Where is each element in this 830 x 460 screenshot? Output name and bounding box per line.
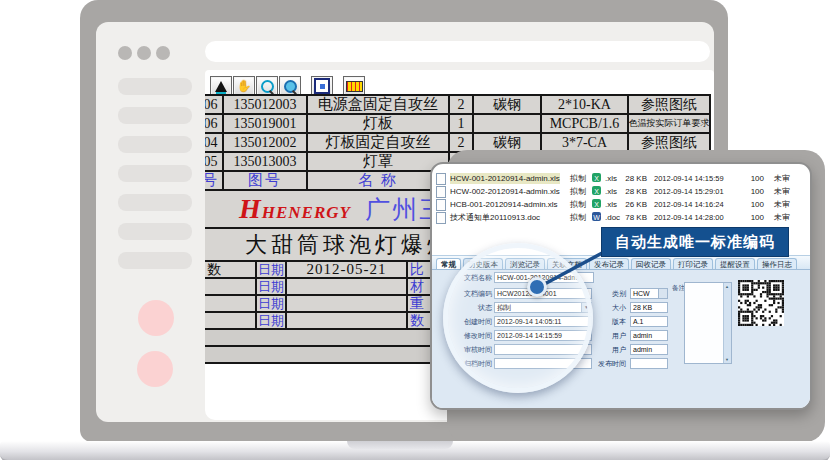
remark-scrollbar[interactable]: ▲▼: [723, 283, 731, 363]
form-label-right: 用户: [594, 330, 626, 341]
file-row[interactable]: HCB-001-20120914-admin.xls拟制X.xls26 KB20…: [432, 198, 810, 211]
form-field-value: 28 KB: [633, 304, 652, 311]
file-percent: 100: [748, 186, 764, 197]
toolbar-button-zoom-out[interactable]: [256, 76, 278, 96]
form-field-value: HCW: [633, 290, 650, 297]
decoration-circle: [138, 300, 174, 336]
form-label-right: 大小: [594, 302, 626, 313]
tab-8[interactable]: 提醒设置: [715, 258, 755, 269]
parts-cell-name: 灯板固定自攻丝: [306, 132, 450, 153]
tab-7[interactable]: 打印记录: [673, 258, 713, 269]
file-flag: 未审: [774, 199, 790, 210]
window-control-dot: [156, 46, 170, 60]
brand-logo-text: HENERGY: [262, 203, 351, 222]
file-sheet-icon: [436, 212, 446, 224]
parts-cell-code: 135012003: [222, 94, 308, 115]
address-bar[interactable]: [205, 41, 710, 62]
tab-5[interactable]: 发布记录: [589, 258, 629, 269]
file-name: 技术通知单20110913.doc: [450, 212, 540, 223]
form-field-right[interactable]: admin: [630, 330, 668, 341]
toolbar-button-zoom-region[interactable]: [279, 76, 301, 96]
zoom-region-icon: [281, 77, 299, 95]
file-ext: .xls: [605, 186, 617, 197]
form-field-right[interactable]: A.1: [630, 316, 668, 327]
file-flag: 未审: [774, 186, 790, 197]
word-file-icon: W: [592, 212, 601, 221]
sidebar-placeholder: [118, 107, 192, 124]
file-row[interactable]: HCW-002-20120914-admin.xls拟制X.xls28 KB20…: [432, 185, 810, 198]
parts-cell-note: 色温按实际订单要求: [627, 113, 711, 134]
window-control-dot: [118, 46, 132, 60]
remark-box[interactable]: ▲▼: [684, 282, 732, 364]
file-percent: 100: [748, 199, 764, 210]
parts-cell-spec: MCPCB/1.6: [540, 113, 629, 134]
form-field-value: admin: [633, 332, 652, 339]
file-name: HCW-001-20120914-admin.xls: [450, 173, 560, 184]
file-sheet-icon: [436, 186, 446, 198]
laptop-mockup: ✋ 06135012003电源盒固定自攻丝2碳钢2*10-KA参照图纸06135…: [0, 0, 830, 460]
toolbar-button-fit-arrow[interactable]: [210, 76, 232, 96]
excel-file-icon: X: [592, 199, 601, 208]
toolbar-button-measure-ruler[interactable]: [343, 76, 365, 96]
form-field-value: admin: [633, 346, 652, 353]
brand-logo-initial: H: [239, 193, 262, 224]
file-row[interactable]: HCW-001-20120914-admin.xls拟制X.xls28 KB20…: [432, 172, 810, 185]
parts-header-name: 名 称: [306, 170, 450, 191]
scroll-up-icon[interactable]: ▲: [725, 284, 729, 289]
image-frame-icon: [314, 78, 330, 94]
browse-button[interactable]: [658, 289, 667, 298]
file-sheet-icon: [436, 199, 446, 211]
parts-cell-name: 灯板: [306, 113, 450, 134]
file-time: 2012-09-14 14:15:59: [654, 173, 724, 184]
file-row[interactable]: 技术通知单20110913.doc拟制W.doc78 KB2012-09-14 …: [432, 211, 810, 224]
scroll-down-icon[interactable]: ▼: [725, 357, 729, 362]
sidebar-placeholder: [118, 165, 192, 182]
decoration-circle: [137, 351, 173, 387]
file-percent: 100: [748, 173, 764, 184]
file-status: 拟制: [570, 199, 586, 210]
pan-hand-icon: ✋: [237, 80, 252, 92]
toolbar-button-pan-hand[interactable]: ✋: [233, 76, 255, 96]
parts-header-code: 图号: [222, 170, 308, 191]
callout-label: 自动生成唯一标准编码: [601, 227, 789, 257]
excel-file-icon: X: [592, 186, 601, 195]
parts-cell-qty: 2: [448, 94, 474, 115]
file-time: 2012-09-14 14:28:00: [654, 212, 724, 223]
date-label-cell: 日期: [255, 311, 287, 330]
file-name: HCB-001-20120914-admin.xls: [450, 199, 558, 210]
file-flag: 未审: [774, 173, 790, 184]
form-field-right[interactable]: admin: [630, 344, 668, 355]
sidebar-placeholder: [118, 78, 192, 95]
tab-6[interactable]: 回收记录: [631, 258, 671, 269]
file-flag: 未审: [774, 212, 790, 223]
date-value-cell: [285, 311, 408, 330]
measure-ruler-icon: [346, 81, 363, 92]
viewer-toolbar: ✋: [210, 76, 366, 96]
parts-cell-code: 135019001: [222, 113, 308, 134]
brand-logo: HHENERGY: [239, 193, 351, 225]
file-status: 拟制: [570, 212, 586, 223]
date-left-cell: [205, 311, 257, 330]
form-field-right[interactable]: [630, 358, 668, 369]
file-name: HCW-002-20120914-admin.xls: [450, 186, 560, 197]
file-sheet-icon: [436, 173, 446, 185]
file-status: 拟制: [570, 186, 586, 197]
file-ext: .xls: [605, 199, 617, 210]
toolbar-button-image-frame[interactable]: [311, 76, 333, 96]
file-size: 78 KB: [617, 212, 647, 223]
file-ext: .xls: [605, 173, 617, 184]
parts-cell-code: 135013003: [222, 151, 308, 172]
parts-cell-qty: 1: [448, 113, 474, 134]
parts-cell-material: [472, 113, 542, 134]
excel-file-icon: X: [592, 173, 601, 182]
frame-dot: [320, 84, 325, 89]
parts-cell-material: 碳钢: [472, 94, 542, 115]
tab-9[interactable]: 操作日志: [757, 258, 797, 269]
form-field-right[interactable]: HCW: [630, 288, 668, 299]
qr-code: [738, 280, 784, 326]
form-field-right[interactable]: 28 KB: [630, 302, 668, 313]
form-label-right: 用户: [594, 344, 626, 355]
file-size: 28 KB: [617, 173, 647, 184]
tab-1[interactable]: 常规: [436, 258, 461, 269]
form-field-value: A.1: [633, 318, 644, 325]
